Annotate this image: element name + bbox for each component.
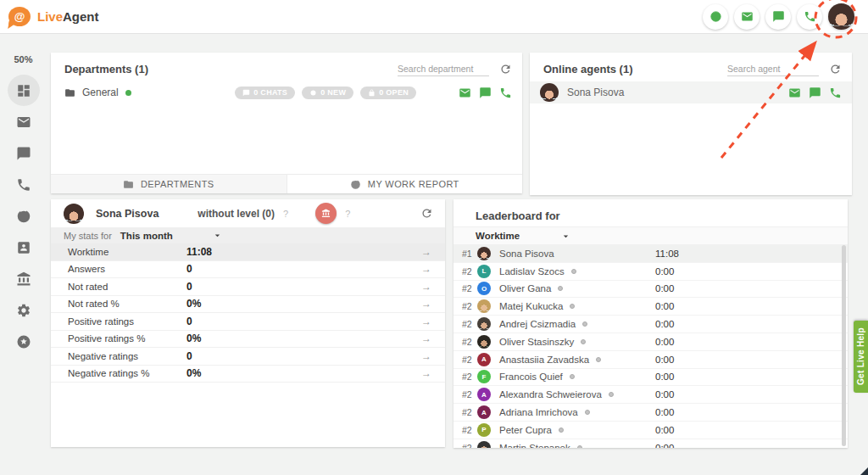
arrow-right-icon[interactable]: → [421,316,431,327]
get-live-help-button[interactable]: Get Live Help [854,321,868,393]
refresh-icon[interactable] [499,63,512,75]
sidebar: 50% [0,34,47,475]
arrow-right-icon[interactable]: → [421,333,431,344]
chat-icon [242,89,250,97]
leaderboard-row-adriana-imrichova[interactable]: #2 A Adriana Imrichova 0:00 [453,404,848,422]
sidebar-item-tickets[interactable] [8,106,40,137]
sidebar-item-dashboard[interactable] [8,75,40,106]
agent-avatar [477,317,491,331]
scrollbar[interactable] [842,245,846,446]
user-avatar-button[interactable] [828,3,854,30]
leaderboard-row-andrej-csizmadia[interactable]: #2 Andrej Csizmadia 0:00 [453,316,848,333]
leaderboard-row-alexandra-schweierova[interactable]: #2 A Alexandra Schweierova 0:00 [453,386,848,404]
stat-row-answers[interactable]: Answers 0 → [51,261,445,279]
departments-search [398,62,512,76]
sidebar-item-to-solve[interactable] [8,200,40,232]
contact-card-icon [16,240,31,255]
agent-name: Francois Quief [499,372,563,382]
rank-label: #2 [453,425,474,435]
search-department-input[interactable] [398,62,489,76]
stat-row-not-rated[interactable]: Not rated % 0% → [51,296,445,314]
arrow-right-icon[interactable]: → [421,247,431,257]
agent-avatar [64,204,84,224]
arrow-right-icon[interactable]: → [421,282,431,292]
leaderboard-row-peter-cupra[interactable]: #2 P Peter Cupra 0:00 [453,422,848,439]
sidebar-item-rewards[interactable] [8,326,40,357]
leaderboard-row-martin-stepanek[interactable]: #2 Martin Stepanek 0:00 [453,439,848,448]
zoom-level-indicator: 50% [14,54,32,65]
stat-row-positive-ratings[interactable]: Positive ratings % 0% → [51,331,445,349]
new-ticket-button[interactable] [734,4,760,30]
badge-0-open: 0 OPEN [360,87,416,99]
offline-status-dot [585,410,590,415]
ring-icon [16,209,31,224]
mail-icon[interactable] [788,87,801,99]
phone-icon[interactable] [499,87,512,99]
work-report-panel: Sona Pisova without level (0) ? ? My sta… [51,199,445,447]
sidebar-item-settings[interactable] [8,294,40,326]
level-badge[interactable] [315,203,337,224]
leaderboard-row-anastasiia-zavadska[interactable]: #2 A Anastasiia Zavadska 0:00 [453,351,848,369]
agent-name: Sona Pisova [96,208,159,220]
leaderboard-row-oliver-stasinszky[interactable]: #2 Oliver Stasinszky 0:00 [453,333,848,351]
sidebar-item-contacts[interactable] [8,232,40,263]
arrow-right-icon[interactable]: → [421,368,431,378]
stat-label: Answers [51,264,105,274]
stat-value: 0 [186,281,192,293]
liveagent-logo[interactable]: @ LiveAgent [8,7,99,26]
arrow-right-icon[interactable]: → [421,299,431,309]
chat-icon[interactable] [479,87,492,99]
mail-icon [16,115,31,130]
sidebar-items [8,75,40,357]
phone-icon[interactable] [829,87,842,99]
leaderboard-row-ladislav-szocs[interactable]: #2 L Ladislav Szocs 0:00 [453,263,848,281]
stat-row-negative-ratings[interactable]: Negative ratings % 0% → [51,366,445,383]
folder-icon [64,87,75,98]
badge-help-icon[interactable]: ? [345,209,350,219]
arrow-right-icon[interactable]: → [421,264,431,274]
leaderboard-row-oliver-gana[interactable]: #2 O Oliver Gana 0:00 [453,281,848,299]
leaderboard-row-matej-kukucka[interactable]: #2 Matej Kukucka 0:00 [453,298,848,316]
header-quick-actions [703,4,822,30]
bank-icon [321,209,331,218]
tab-departments[interactable]: DEPARTMENTS [51,175,287,193]
online-status-dot [125,90,131,96]
period-dropdown[interactable]: This month [120,231,173,241]
chat-icon [772,10,785,23]
rank-label: #2 [453,355,474,365]
refresh-icon[interactable] [420,207,433,220]
chevron-down-icon[interactable] [212,230,223,241]
stats-for-label: My stats for [64,231,112,241]
offline-status-dot [581,339,586,344]
department-row-general[interactable]: General 0 CHATS 0 NEW 0 OPEN [51,81,522,103]
stat-row-worktime[interactable]: Worktime 11:08 → [51,243,445,261]
level-help-icon[interactable]: ? [283,209,288,219]
agent-name: Sona Pisova [499,249,554,259]
sidebar-item-gamification[interactable] [8,263,40,294]
leaderboard-row-francois-quief[interactable]: #2 F Francois Quief 0:00 [453,369,848,387]
new-chat-button[interactable] [765,4,791,30]
sidebar-item-chats[interactable] [8,137,40,169]
agent-name: Oliver Gana [499,283,551,293]
stat-row-positive-ratings[interactable]: Positive ratings 0 → [51,313,445,331]
refresh-icon[interactable] [829,63,842,75]
agent-avatar: F [477,370,491,383]
tab-my-work-report[interactable]: MY WORK REPORT [287,175,523,193]
sidebar-item-calls[interactable] [8,169,40,200]
chat-icon[interactable] [809,87,821,99]
new-call-button[interactable] [797,4,822,30]
stat-row-not-rated[interactable]: Not rated 0 → [51,278,445,296]
stat-row-negative-ratings[interactable]: Negative ratings 0 → [51,348,445,366]
departments-panel: Departments (1) General 0 CHATS 0 NEW [51,53,522,193]
mail-icon[interactable] [459,87,471,99]
online-agents-title: Online agents (1) [543,63,632,75]
leaderboard-metric-dropdown[interactable]: Worktime [453,226,848,245]
plus-circle-icon [709,10,722,23]
stat-value: 0 [186,350,192,362]
add-button[interactable] [703,4,728,30]
leaderboard-row-sona-pisova[interactable]: #1 Sona Pisova 11:08 [453,245,848,263]
agent-row-sona-pisova[interactable]: Sona Pisova [530,81,852,103]
rank-label: #2 [453,407,474,417]
search-agent-input[interactable] [727,62,819,76]
arrow-right-icon[interactable]: → [421,351,431,361]
